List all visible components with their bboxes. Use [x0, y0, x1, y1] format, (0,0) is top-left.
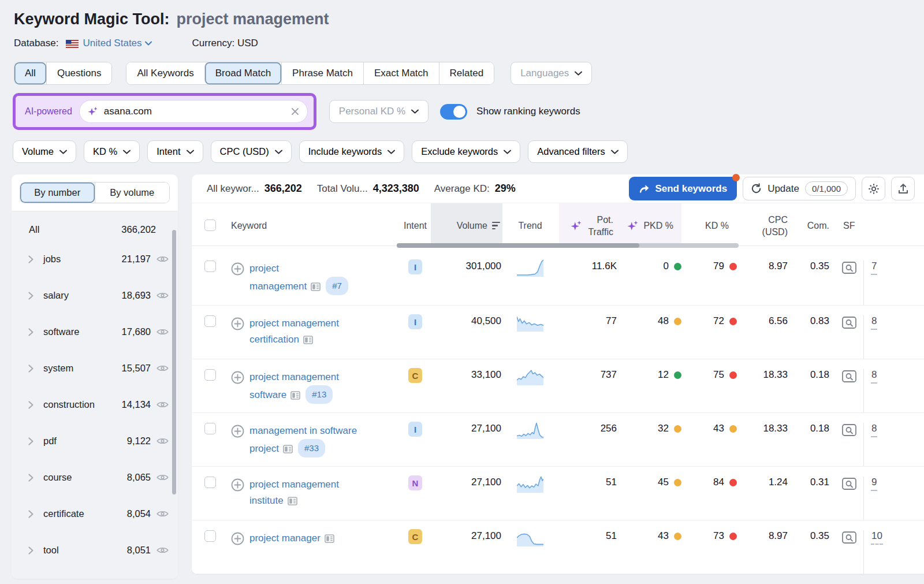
add-keyword-icon[interactable] — [231, 532, 244, 545]
chevron-right-icon[interactable] — [28, 509, 34, 519]
serp-preview-button[interactable] — [842, 370, 856, 382]
add-keyword-icon[interactable] — [231, 317, 244, 330]
filter-cpc-usd-[interactable]: CPC (USD) — [211, 140, 292, 163]
serp-preview-button[interactable] — [842, 478, 856, 490]
filter-advanced-filters[interactable]: Advanced filters — [528, 140, 627, 163]
row-checkbox[interactable] — [204, 315, 216, 327]
group-row-salary[interactable]: salary18,693 — [12, 277, 178, 314]
show-ranking-keywords-toggle[interactable] — [440, 104, 467, 120]
add-keyword-icon[interactable] — [231, 478, 244, 492]
group-row-pdf[interactable]: pdf9,122 — [12, 423, 178, 459]
eye-icon[interactable] — [157, 473, 169, 482]
tab-questions[interactable]: Questions — [46, 62, 112, 84]
export-button[interactable] — [891, 177, 915, 200]
intent-badge[interactable]: I — [408, 314, 422, 329]
group-row-system[interactable]: system15,507 — [12, 350, 178, 386]
serp-features-icon[interactable] — [290, 391, 300, 400]
chevron-right-icon[interactable] — [28, 400, 34, 410]
sidebar-scrollbar[interactable] — [172, 230, 176, 494]
tab-broad-match[interactable]: Broad Match — [204, 62, 281, 84]
ai-domain-input[interactable]: asana.com — [79, 100, 308, 123]
serp-preview-button[interactable] — [842, 424, 856, 436]
eye-icon[interactable] — [157, 509, 169, 518]
sf-count[interactable]: 8 — [871, 423, 877, 437]
chevron-right-icon[interactable] — [28, 364, 34, 373]
row-checkbox[interactable] — [204, 530, 216, 542]
keyword-link[interactable]: institute — [249, 495, 284, 506]
intent-badge[interactable]: C — [408, 529, 422, 544]
column-com[interactable]: Com. — [788, 203, 829, 245]
column-sf[interactable]: SF — [829, 203, 924, 245]
keyword-link[interactable]: project management — [249, 479, 339, 490]
sf-count[interactable]: 9 — [871, 477, 877, 491]
column-volume[interactable]: Volume — [431, 203, 502, 245]
eye-icon[interactable] — [157, 364, 169, 373]
select-all-checkbox[interactable] — [204, 220, 216, 231]
horizontal-scrollbar[interactable] — [397, 243, 739, 248]
column-trend[interactable]: Trend — [501, 203, 559, 245]
column-cpc[interactable]: CPC(USD) — [737, 203, 788, 245]
tab-exact-match[interactable]: Exact Match — [363, 62, 439, 84]
row-checkbox[interactable] — [204, 423, 216, 434]
sf-count[interactable]: 7 — [871, 261, 877, 275]
personal-kd-dropdown[interactable]: Personal KD % — [329, 100, 429, 123]
eye-icon[interactable] — [157, 291, 169, 300]
keyword-link[interactable]: project management — [249, 371, 339, 382]
chevron-right-icon[interactable] — [28, 328, 34, 337]
column-kd[interactable]: KD % — [681, 203, 737, 245]
add-keyword-icon[interactable] — [231, 425, 244, 438]
group-row-certificate[interactable]: certificate8,054 — [12, 496, 178, 532]
clear-input-icon[interactable] — [291, 107, 299, 116]
column-keyword[interactable]: Keyword — [231, 203, 398, 245]
tab-all[interactable]: All — [14, 62, 46, 84]
keyword-link[interactable]: certification — [249, 334, 299, 345]
sidebar-tab-by-number[interactable]: By number — [20, 183, 95, 203]
eye-icon[interactable] — [157, 546, 169, 555]
update-button[interactable]: Update 0/1,000 — [743, 177, 856, 200]
chevron-right-icon[interactable] — [28, 437, 34, 446]
serp-preview-button[interactable] — [842, 262, 856, 274]
chevron-right-icon[interactable] — [28, 546, 34, 555]
sf-count[interactable]: 8 — [871, 369, 877, 384]
eye-icon[interactable] — [157, 255, 169, 263]
ranking-position-badge[interactable]: #33 — [298, 439, 325, 457]
ranking-position-badge[interactable]: #7 — [326, 277, 348, 295]
filter-intent[interactable]: Intent — [147, 140, 203, 163]
intent-badge[interactable]: I — [408, 259, 422, 274]
group-all-row[interactable]: All 366,202 — [12, 213, 178, 241]
database-selector[interactable]: United States — [83, 38, 152, 49]
intent-badge[interactable]: N — [408, 475, 422, 490]
group-row-jobs[interactable]: jobs21,197 — [12, 241, 178, 277]
eye-icon[interactable] — [157, 400, 169, 409]
ranking-position-badge[interactable]: #13 — [305, 385, 333, 404]
filter-volume[interactable]: Volume — [13, 140, 76, 163]
serp-features-icon[interactable] — [288, 497, 297, 505]
keyword-link[interactable]: software — [249, 389, 286, 400]
column-intent[interactable]: Intent — [398, 203, 432, 245]
serp-preview-button[interactable] — [842, 531, 856, 544]
group-row-course[interactable]: course8,065 — [12, 459, 178, 496]
column-pkd[interactable]: PKD % — [617, 203, 681, 245]
eye-icon[interactable] — [157, 328, 169, 336]
table-settings-button[interactable] — [862, 177, 885, 200]
serp-preview-button[interactable] — [842, 317, 856, 329]
serp-features-icon[interactable] — [283, 445, 293, 453]
keyword-link[interactable]: management — [249, 281, 307, 292]
tab-all-keywords[interactable]: All Keywords — [126, 62, 204, 84]
group-row-tool[interactable]: tool8,051 — [12, 532, 178, 568]
intent-badge[interactable]: I — [408, 422, 422, 437]
keyword-link[interactable]: project manager — [249, 533, 321, 544]
serp-features-icon[interactable] — [325, 534, 334, 543]
filter-exclude-keywords[interactable]: Exclude keywords — [412, 140, 520, 163]
sf-count[interactable]: 10 — [871, 530, 883, 545]
eye-icon[interactable] — [157, 437, 169, 445]
tab-related[interactable]: Related — [439, 62, 494, 84]
serp-features-icon[interactable] — [303, 336, 313, 344]
add-keyword-icon[interactable] — [231, 262, 244, 276]
add-keyword-icon[interactable] — [231, 371, 244, 384]
send-keywords-button[interactable]: Send keywords — [629, 177, 737, 200]
row-checkbox[interactable] — [204, 261, 216, 272]
keyword-link[interactable]: project management — [249, 318, 339, 329]
languages-dropdown[interactable]: Languages — [511, 62, 592, 85]
column-pot-traffic[interactable]: Pot.Traffic — [559, 203, 617, 245]
